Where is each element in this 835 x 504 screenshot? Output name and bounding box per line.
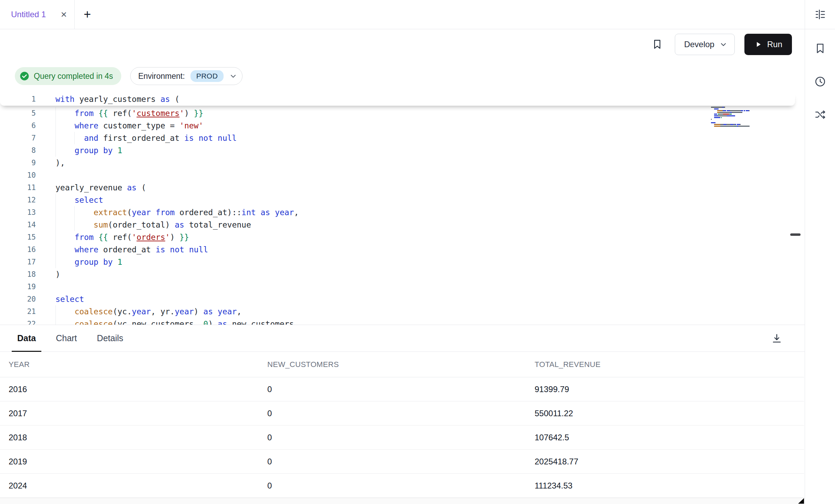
table-cell[interactable]: 0 (267, 401, 535, 426)
new-tab-button[interactable]: + (75, 0, 100, 29)
code-line[interactable]: 9), (0, 157, 805, 169)
line-number: 20 (0, 295, 36, 303)
close-icon[interactable]: × (61, 9, 67, 20)
table-cell[interactable]: 2018 (0, 426, 267, 450)
history-icon (814, 75, 826, 88)
develop-dropdown[interactable]: Develop (675, 34, 735, 55)
run-label: Run (767, 40, 782, 49)
line-number: 10 (0, 171, 36, 179)
main-column: Untitled 1 × + Develop (0, 0, 805, 504)
code-line[interactable]: 7 and first_ordered_at is not null (0, 132, 805, 144)
code-text: group by 1 (36, 258, 122, 266)
line-number: 6 (0, 122, 36, 130)
column-header[interactable]: TOTAL_REVENUE (535, 352, 804, 377)
code-line[interactable]: 20select (0, 293, 805, 305)
code-line[interactable]: 16 where ordered_at is not null (0, 243, 805, 256)
table-cell[interactable]: 0 (267, 450, 535, 474)
code-line[interactable]: 14 sum(order_total) as total_revenue (0, 219, 805, 231)
table-cell[interactable]: 2019 (0, 450, 267, 474)
tab-data[interactable]: Data (12, 325, 41, 351)
run-button[interactable]: Run (744, 34, 792, 55)
code-line[interactable]: 17 group by 1 (0, 256, 805, 268)
line-number: 21 (0, 307, 36, 316)
tab-details[interactable]: Details (91, 325, 128, 351)
environment-selector[interactable]: Environment: PROD (130, 67, 243, 85)
table-cell[interactable]: 2016 (0, 377, 267, 401)
table-cell[interactable]: 2017 (0, 401, 267, 426)
table-cell[interactable]: 2024 (0, 474, 267, 498)
tab-chart[interactable]: Chart (50, 325, 82, 351)
tab-label: Untitled 1 (11, 10, 46, 19)
code-line[interactable]: 6 where customer_type = 'new' (0, 119, 805, 132)
code-line[interactable]: 11yearly_revenue as ( (0, 181, 805, 194)
table-cell[interactable]: 91399.79 (535, 377, 804, 401)
line-number: 18 (0, 270, 36, 279)
line-number: 16 (0, 245, 36, 254)
line-numbers-icon (814, 8, 827, 21)
code-text: from {{ ref('customers') }} (36, 109, 203, 118)
code-text: and first_ordered_at is not null (36, 134, 237, 143)
indent-guide (74, 219, 75, 231)
history-panel-button[interactable] (813, 74, 828, 89)
sticky-line[interactable]: 1with yearly_customers as ( (0, 93, 795, 106)
indent-guide (55, 231, 56, 243)
line-number: 7 (0, 134, 36, 142)
indent-guide (55, 318, 56, 325)
code-line[interactable]: 21 coalesce(yc.year, yr.year) as year, (0, 305, 805, 318)
indent-guide (55, 144, 56, 157)
editor-scrollbar-thumb[interactable] (790, 233, 801, 236)
horizontal-scrollbar[interactable] (0, 498, 805, 504)
results-table: YEARNEW_CUSTOMERSTOTAL_REVENUE2016091399… (0, 352, 805, 498)
code-text: group by 1 (36, 146, 122, 155)
table-cell[interactable]: 2025418.77 (535, 450, 804, 474)
develop-label: Develop (684, 40, 714, 49)
line-number: 13 (0, 208, 36, 217)
code-line[interactable]: 19 (0, 281, 805, 293)
right-sidebar (805, 0, 835, 504)
sql-editor[interactable]: 1with yearly_customers as ( 5 from {{ re… (0, 93, 805, 325)
code-line[interactable]: 10 (0, 169, 805, 181)
table-cell[interactable]: 550011.22 (535, 401, 804, 426)
table-cell[interactable]: 107642.5 (535, 426, 804, 450)
column-header[interactable]: NEW_CUSTOMERS (267, 352, 535, 377)
code-line[interactable]: 18) (0, 268, 805, 281)
table-cell[interactable]: 0 (267, 474, 535, 498)
bookmark-icon (814, 42, 826, 55)
indent-guide (55, 132, 56, 144)
tab-details-label: Details (97, 333, 123, 343)
line-number: 19 (0, 283, 36, 291)
code-line[interactable]: 5 from {{ ref('customers') }} (0, 107, 805, 119)
code-line[interactable]: 15 from {{ ref('orders') }} (0, 231, 805, 243)
toolbar: Develop Run (0, 29, 805, 60)
code-text: coalesce(yc.new_customers, 0) as new_cus… (36, 319, 299, 325)
indent-guide (55, 194, 56, 206)
results-table-wrap: YEARNEW_CUSTOMERSTOTAL_REVENUE2016091399… (0, 352, 805, 498)
code-line[interactable]: 13 extract(year from ordered_at)::int as… (0, 206, 805, 219)
lineage-panel-button[interactable] (813, 107, 828, 122)
line-number: 8 (0, 146, 36, 155)
code-line[interactable]: 1with yearly_customers as ( (0, 93, 795, 106)
tab-data-label: Data (17, 333, 36, 343)
download-button[interactable] (769, 330, 785, 346)
bookmarks-panel-button[interactable] (813, 41, 828, 56)
query-status-badge: Query completed in 4s (15, 67, 121, 85)
tab-untitled-1[interactable]: Untitled 1 × (0, 0, 75, 29)
line-number: 15 (0, 233, 36, 241)
code-line[interactable]: 12 select (0, 194, 805, 206)
code-lines[interactable]: 5 from {{ ref('customers') }}6 where cus… (0, 107, 805, 325)
environment-value-chip: PROD (190, 70, 224, 82)
table-cell[interactable]: 111234.53 (535, 474, 804, 498)
line-number: 1 (0, 95, 36, 103)
code-line[interactable]: 8 group by 1 (0, 144, 805, 157)
code-text: where customer_type = 'new' (36, 121, 203, 130)
column-header[interactable]: YEAR (0, 352, 267, 377)
line-number: 11 (0, 183, 36, 192)
table-cell[interactable]: 0 (267, 377, 535, 401)
line-number: 12 (0, 196, 36, 204)
line-numbers-panel-button[interactable] (813, 7, 828, 22)
table-cell[interactable]: 0 (267, 426, 535, 450)
bookmark-button[interactable] (649, 36, 665, 52)
bookmark-icon (651, 39, 663, 50)
resize-grip[interactable] (798, 498, 804, 504)
code-line[interactable]: 22 coalesce(yc.new_customers, 0) as new_… (0, 318, 805, 325)
